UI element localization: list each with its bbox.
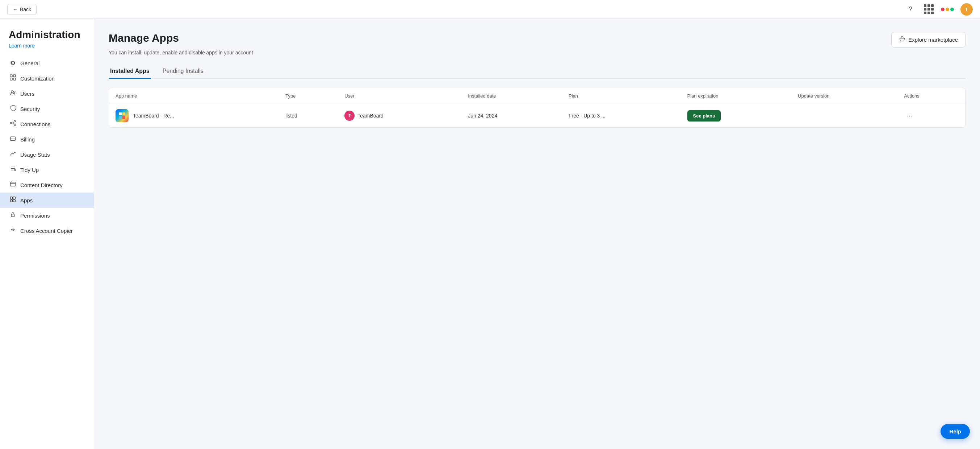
security-icon — [9, 105, 17, 113]
cell-plan: Free - Up to 3 ... — [562, 104, 681, 128]
sidebar-item-cross-account-copier[interactable]: Cross Account Copier — [0, 223, 94, 238]
back-button[interactable]: ← Back — [7, 4, 37, 15]
more-actions-button[interactable]: ··· — [904, 110, 915, 121]
svg-rect-13 — [13, 197, 15, 199]
cell-app-name: TeamBoard - Re... — [109, 104, 279, 128]
svg-rect-14 — [10, 200, 12, 202]
back-label: Back — [20, 6, 31, 12]
cell-installed-date: Jun 24, 2024 — [461, 104, 562, 128]
page-subtitle: You can install, update, enable and disa… — [109, 50, 966, 56]
usage-stats-icon — [9, 150, 17, 158]
general-icon: ⚙ — [9, 59, 17, 67]
sidebar: Administration Learn more ⚙ General Cust… — [0, 19, 94, 449]
permissions-icon — [9, 211, 17, 219]
cell-plan-expiration: See plans — [681, 104, 792, 128]
cell-update-version — [791, 104, 897, 128]
svg-rect-18 — [123, 112, 125, 115]
sidebar-item-connections[interactable]: Connections — [0, 117, 94, 132]
tabs-container: Installed Apps Pending Installs — [109, 64, 966, 79]
sidebar-item-users[interactable]: Users — [0, 86, 94, 101]
sidebar-item-label: Security — [20, 106, 40, 112]
table-body: TeamBoard - Re... listed T TeamBoard Jun… — [109, 104, 965, 128]
apps-table-container: App name Type User Installed date Plan P… — [109, 88, 966, 128]
sidebar-item-content-directory[interactable]: Content Directory — [0, 177, 94, 193]
connections-icon — [9, 120, 17, 128]
topnav-right: ? T — [905, 3, 973, 16]
main-content: Manage Apps Explore marketplace You can … — [94, 19, 980, 449]
logo-dot-orange — [946, 8, 949, 11]
apps-table: App name Type User Installed date Plan P… — [109, 88, 965, 127]
app-icon — [116, 109, 129, 122]
explore-marketplace-button[interactable]: Explore marketplace — [891, 32, 966, 48]
sidebar-item-permissions[interactable]: Permissions — [0, 208, 94, 223]
col-type: Type — [279, 88, 338, 104]
col-app-name: App name — [109, 88, 279, 104]
sidebar-item-label: Permissions — [20, 213, 50, 219]
sidebar-item-usage-stats[interactable]: Usage Stats — [0, 147, 94, 162]
sidebar-item-label: Content Directory — [20, 182, 63, 188]
svg-rect-1 — [13, 75, 16, 77]
customization-icon — [9, 74, 17, 82]
sidebar-item-security[interactable]: Security — [0, 101, 94, 117]
sidebar-item-label: Cross Account Copier — [20, 228, 73, 234]
sidebar-item-label: Users — [20, 91, 34, 97]
cross-account-copier-icon — [9, 227, 17, 235]
svg-point-10 — [14, 169, 15, 171]
learn-more-link[interactable]: Learn more — [0, 43, 94, 56]
table-row: TeamBoard - Re... listed T TeamBoard Jun… — [109, 104, 965, 128]
sidebar-item-general[interactable]: ⚙ General — [0, 56, 94, 71]
waffle-menu-btn[interactable] — [923, 4, 934, 15]
sidebar-item-label: Apps — [20, 197, 33, 203]
tab-pending-installs[interactable]: Pending Installs — [161, 64, 205, 79]
user-avatar[interactable]: T — [961, 3, 973, 16]
sidebar-item-label: Usage Stats — [20, 152, 50, 158]
col-plan: Plan — [562, 88, 681, 104]
waffle-icon — [924, 4, 934, 14]
cell-user: T TeamBoard — [338, 104, 461, 128]
back-arrow-icon: ← — [13, 6, 18, 12]
svg-rect-11 — [10, 182, 15, 186]
col-user: User — [338, 88, 461, 104]
sidebar-item-label: Tidy Up — [20, 167, 39, 173]
monday-logo — [941, 8, 954, 11]
sidebar-item-customization[interactable]: Customization — [0, 71, 94, 86]
main-layout: Administration Learn more ⚙ General Cust… — [0, 19, 980, 449]
svg-rect-16 — [11, 214, 14, 217]
col-installed-date: Installed date — [461, 88, 562, 104]
sidebar-item-label: Customization — [20, 75, 55, 81]
content-directory-icon — [9, 181, 17, 189]
sidebar-item-billing[interactable]: Billing — [0, 132, 94, 147]
svg-point-4 — [11, 91, 13, 93]
sidebar-item-tidy-up[interactable]: Tidy Up — [0, 162, 94, 177]
user-cell: T TeamBoard — [344, 110, 455, 121]
svg-rect-0 — [10, 75, 12, 77]
topnav-left: ← Back — [7, 4, 37, 15]
svg-rect-3 — [13, 78, 16, 80]
svg-rect-19 — [119, 116, 122, 119]
apps-icon — [9, 196, 17, 204]
help-icon-btn[interactable]: ? — [905, 4, 916, 15]
content-header: Manage Apps Explore marketplace — [109, 32, 966, 48]
svg-point-7 — [14, 120, 15, 122]
cell-actions: ··· — [897, 104, 965, 128]
svg-rect-9 — [10, 137, 15, 141]
tab-installed-apps[interactable]: Installed Apps — [109, 64, 151, 79]
user-name: TeamBoard — [358, 113, 383, 118]
user-avatar-cell: T — [344, 110, 355, 121]
col-plan-expiration: Plan expiration — [681, 88, 792, 104]
see-plans-button[interactable]: See plans — [687, 110, 721, 121]
sidebar-item-label: Billing — [20, 136, 35, 142]
col-actions: Actions — [897, 88, 965, 104]
table-header: App name Type User Installed date Plan P… — [109, 88, 965, 104]
sidebar-item-apps[interactable]: Apps — [0, 193, 94, 208]
svg-rect-15 — [13, 200, 15, 202]
sidebar-item-label: General — [20, 60, 40, 66]
svg-point-5 — [13, 91, 15, 93]
svg-point-8 — [14, 124, 15, 126]
logo-dot-red — [941, 8, 945, 11]
svg-rect-12 — [10, 197, 12, 199]
svg-rect-17 — [119, 112, 122, 115]
sidebar-title: Administration — [0, 29, 94, 43]
question-mark-icon: ? — [908, 5, 912, 13]
help-button[interactable]: Help — [940, 424, 970, 439]
